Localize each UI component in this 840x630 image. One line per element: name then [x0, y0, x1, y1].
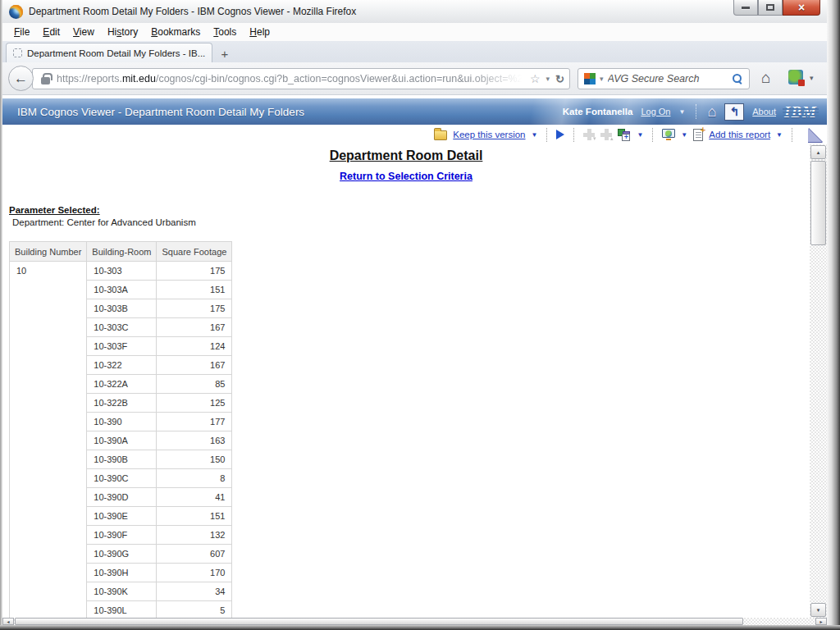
- return-icon[interactable]: ↰: [724, 103, 744, 121]
- pdf-converter-icon[interactable]: [788, 70, 803, 84]
- menu-view[interactable]: View: [66, 25, 101, 39]
- square-footage-cell: 151: [157, 507, 232, 526]
- square-footage-cell: 167: [157, 318, 232, 337]
- scroll-up-icon[interactable]: ▴: [810, 145, 826, 159]
- building-room-cell: 10-322: [87, 356, 157, 375]
- new-tab-button[interactable]: +: [214, 45, 235, 62]
- scroll-left-icon[interactable]: ◂: [2, 618, 14, 625]
- log-on-caret-icon[interactable]: ▼: [678, 108, 685, 116]
- url-dropdown-icon[interactable]: ▾: [546, 75, 550, 83]
- tab-label: Department Room Detail My Folders - IB..…: [27, 48, 205, 58]
- scroll-right-icon[interactable]: ▸: [815, 618, 827, 625]
- view-format-icon[interactable]: [662, 129, 675, 140]
- url-text[interactable]: https://reports.mit.edu/cognos/cgi-bin/c…: [57, 73, 527, 84]
- square-footage-cell: 177: [157, 413, 232, 431]
- go-to-related-links-icon[interactable]: +: [618, 129, 631, 141]
- menu-help[interactable]: Help: [243, 25, 276, 39]
- square-footage-cell: 150: [157, 450, 232, 469]
- url-domain: mit.edu: [122, 73, 156, 84]
- lock-icon[interactable]: [41, 77, 50, 84]
- about-link[interactable]: About: [752, 107, 776, 116]
- add-report-link[interactable]: Add this report: [709, 130, 770, 139]
- menu-bookmarks[interactable]: Bookmarks: [144, 25, 207, 39]
- header-building-room: Building-Room: [87, 242, 157, 262]
- log-on-link[interactable]: Log On: [641, 107, 670, 116]
- separator: [546, 128, 547, 142]
- building-room-cell: 10-322B: [87, 394, 157, 413]
- window-frame-bottom: [0, 625, 840, 630]
- run-report-icon[interactable]: [556, 130, 564, 139]
- bookmark-star-icon[interactable]: ☆: [530, 73, 541, 84]
- separator: [792, 128, 792, 142]
- square-footage-cell: 175: [157, 262, 232, 281]
- browser-home-icon[interactable]: ⌂: [761, 70, 770, 85]
- horizontal-scroll-thumb[interactable]: [15, 618, 743, 625]
- separator: [573, 128, 574, 142]
- view-format-caret-icon[interactable]: ▼: [681, 131, 687, 139]
- scroll-down-icon[interactable]: ▾: [810, 603, 826, 617]
- keep-version-caret-icon[interactable]: ▼: [532, 131, 538, 139]
- search-engine-dropdown-icon[interactable]: ▾: [600, 75, 604, 83]
- keep-version-icon[interactable]: [434, 130, 447, 140]
- maximize-icon: [766, 4, 774, 11]
- building-room-cell: 10-390L: [87, 601, 157, 619]
- building-room-cell: 10-390F: [87, 526, 157, 545]
- separator: [652, 128, 653, 142]
- horizontal-scrollbar[interactable]: ◂ ▸: [2, 618, 827, 625]
- tab-department-room-detail[interactable]: Department Room Detail My Folders - IB..…: [6, 43, 212, 62]
- menu-file[interactable]: File: [7, 25, 36, 39]
- room-detail-table: Building Number Building-Room Square Foo…: [9, 241, 232, 618]
- add-report-caret-icon[interactable]: ▼: [776, 131, 783, 139]
- building-room-cell: 10-303C: [87, 318, 157, 337]
- report-content: Department Room Detail Return to Selecti…: [2, 144, 810, 618]
- add-report-icon[interactable]: [693, 129, 703, 141]
- building-number-cell: 10: [10, 262, 87, 619]
- keep-version-link[interactable]: Keep this version: [453, 130, 525, 139]
- building-room-cell: 10-390G: [87, 545, 157, 564]
- navigation-bar: ← https://reports.mit.edu/cognos/cgi-bin…: [2, 62, 827, 95]
- drill-down-icon: ▾: [583, 129, 595, 140]
- building-room-cell: 10-390B: [87, 450, 157, 469]
- square-footage-cell: 8: [157, 469, 232, 488]
- building-room-cell: 10-390D: [87, 488, 157, 507]
- search-input[interactable]: [608, 73, 728, 84]
- separator: [696, 104, 696, 119]
- firefox-icon: [9, 5, 23, 19]
- search-box[interactable]: ▾: [578, 68, 750, 89]
- menu-edit[interactable]: Edit: [36, 25, 66, 39]
- address-bar[interactable]: https://reports.mit.edu/cognos/cgi-bin/c…: [32, 68, 570, 89]
- square-footage-cell: 167: [157, 356, 232, 375]
- title-bar[interactable]: Department Room Detail My Folders - IBM …: [2, 0, 827, 23]
- go-to-caret-icon[interactable]: ▼: [637, 131, 643, 139]
- back-button[interactable]: ←: [8, 66, 34, 91]
- return-to-selection-link[interactable]: Return to Selection Criteria: [2, 171, 810, 182]
- building-room-cell: 10-390H: [87, 564, 157, 582]
- vertical-scrollbar[interactable]: ▴ ▾: [810, 144, 827, 618]
- parameter-value: Department: Center for Advanced Urbanism: [12, 217, 196, 227]
- menu-bar: FileEditViewHistoryBookmarksToolsHelp: [2, 23, 827, 41]
- square-footage-cell: 607: [157, 545, 232, 564]
- square-footage-cell: 85: [157, 375, 232, 394]
- square-footage-cell: 151: [157, 281, 232, 299]
- minimize-button[interactable]: [733, 0, 758, 16]
- menu-tools[interactable]: Tools: [207, 25, 243, 39]
- report-studio-icon[interactable]: [808, 128, 822, 142]
- toolbar-overflow-icon[interactable]: ▾: [810, 74, 814, 82]
- cognos-title: IBM Cognos Viewer - Department Room Deta…: [2, 106, 304, 118]
- close-button[interactable]: ×: [783, 0, 820, 16]
- square-footage-cell: 34: [157, 582, 232, 601]
- maximize-button[interactable]: [758, 0, 783, 16]
- cognos-home-icon[interactable]: ⌂: [707, 104, 716, 119]
- drill-up-icon: ▴: [600, 129, 612, 140]
- parameter-heading: Parameter Selected:: [9, 205, 100, 215]
- menu-history[interactable]: History: [101, 25, 144, 39]
- avg-search-icon[interactable]: [584, 73, 596, 84]
- tab-bar: Department Room Detail My Folders - IB..…: [2, 41, 827, 62]
- minimize-icon: [742, 7, 750, 9]
- header-square-footage: Square Footage: [157, 242, 232, 262]
- square-footage-cell: 41: [157, 488, 232, 507]
- building-room-cell: 10-303A: [87, 281, 157, 299]
- search-magnifier-icon[interactable]: [732, 73, 743, 84]
- reload-icon[interactable]: ↻: [555, 74, 564, 84]
- vertical-scroll-thumb[interactable]: [810, 161, 826, 245]
